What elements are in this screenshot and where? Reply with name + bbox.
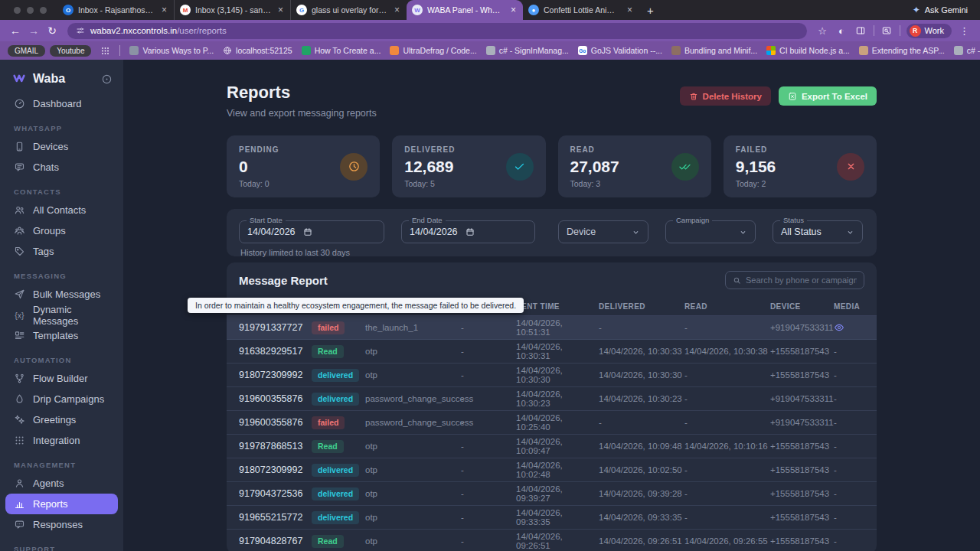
stats-cards: PENDING0Today: 0DELIVERED12,689Today: 5R… — [227, 135, 877, 197]
sidebar-item-agents[interactable]: Agents — [0, 473, 123, 494]
bookmark-favicon — [671, 46, 681, 55]
start-date-input[interactable]: Start Date 14/04/2026 — [239, 220, 384, 243]
sidebar-item-drip-campaigns[interactable]: Drip Campaigns — [0, 389, 123, 409]
stat-label: READ — [570, 145, 619, 154]
sidebar-item-label: Greetings — [33, 414, 76, 425]
sidebar-item-responses[interactable]: Responses — [0, 514, 123, 535]
calendar-icon[interactable] — [466, 227, 475, 236]
view-media-eye-icon[interactable] — [834, 322, 864, 333]
tab-group-chip[interactable]: GMAIL — [8, 45, 45, 57]
chart-icon — [14, 498, 25, 510]
bookmark-label: Bundling and Minif... — [684, 46, 757, 55]
profile-button[interactable]: R Work — [906, 24, 952, 38]
globe-icon — [223, 46, 232, 55]
bookmarks-bar: GMAILYoutubeVarious Ways to P...localhos… — [0, 41, 980, 60]
tab-close-icon[interactable]: × — [509, 5, 518, 15]
campaign-select[interactable]: Campaign — [665, 220, 756, 243]
side-panel-icon[interactable] — [851, 22, 871, 39]
sidebar-item-templates[interactable]: Templates — [0, 325, 123, 346]
table-row: 919600355876failedpassword_change_succes… — [227, 411, 877, 435]
report-search[interactable] — [725, 271, 864, 289]
chevron-down-icon — [632, 228, 640, 236]
sidebar-item-groups[interactable]: Groups — [0, 220, 123, 241]
header-actions: Delete History Export To Excel — [680, 86, 877, 106]
status-badge: delivered — [312, 464, 359, 477]
sidebar-item-integration[interactable]: Integration — [0, 430, 123, 451]
sent-time-cell: 14/04/2026, 10:25:40 — [516, 413, 599, 432]
status-select[interactable]: Status All Status — [773, 220, 863, 243]
bookmark-item[interactable]: Bundling and Minif... — [667, 44, 762, 57]
browser-tab[interactable]: WWABA Panel - WhatsApp Bus× — [407, 0, 523, 20]
table-row: 919600355876deliveredpassword_change_suc… — [227, 387, 877, 411]
status-badge: Read — [312, 535, 344, 548]
tab-close-icon[interactable]: × — [393, 5, 401, 15]
url-text: wabav2.nxccontrols.in/user/reports — [90, 26, 227, 35]
window-close-button[interactable] — [14, 7, 21, 14]
bookmark-item[interactable]: UltraDefrag / Code... — [385, 44, 481, 57]
tab-close-icon[interactable]: × — [276, 5, 285, 15]
tab-group-chip[interactable]: Youtube — [50, 45, 91, 57]
browser-tab[interactable]: MInbox (3,145) - santhosh@au× — [174, 0, 290, 20]
delete-history-button[interactable]: Delete History — [680, 86, 771, 106]
tab-close-icon[interactable]: × — [160, 5, 168, 15]
browser-tab[interactable]: ●Confetti Lottie Animations | A× — [523, 0, 639, 20]
sidebar-item-label: Templates — [33, 330, 78, 341]
forward-button[interactable]: → — [24, 22, 43, 39]
calendar-icon[interactable] — [303, 227, 312, 236]
bookmark-star-icon[interactable]: ☆ — [813, 22, 832, 39]
export-to-excel-button[interactable]: Export To Excel — [779, 86, 877, 106]
sidebar-item-all-contacts[interactable]: All Contacts — [0, 200, 123, 220]
tab-close-icon[interactable]: × — [626, 5, 634, 15]
campaign-cell: - — [461, 489, 516, 498]
bookmark-label: c# - How do I get... — [967, 46, 980, 55]
media-cell: - — [834, 370, 864, 380]
sidebar-item-dashboard[interactable]: Dashboard — [0, 93, 123, 114]
sidebar-item-chats[interactable]: Chats — [0, 157, 123, 178]
new-tab-button[interactable]: + — [639, 4, 662, 17]
bookmark-item[interactable]: Extending the ASP... — [854, 44, 949, 57]
window-controls[interactable] — [0, 7, 57, 14]
sidebar-item-greetings[interactable]: Greetings — [0, 409, 123, 430]
sidebar-item-bulk-messages[interactable]: Bulk Messages — [0, 284, 123, 305]
read-cell: 14/04/2026, 10:30:38 — [684, 347, 770, 356]
sidebar-item-devices[interactable]: Devices — [0, 136, 123, 157]
device-select[interactable]: Device — [558, 220, 648, 243]
status-badge: failed — [312, 321, 345, 334]
sidebar-collapse-icon[interactable] — [101, 73, 113, 85]
sidebar-item-reports[interactable]: Reports — [5, 494, 118, 514]
report-search-input[interactable] — [746, 276, 857, 285]
browser-tab[interactable]: Gglass ui overlay for website -× — [290, 0, 407, 20]
sidebar-item-tags[interactable]: Tags — [0, 241, 123, 262]
receiver-cell: 918072309992 — [239, 370, 312, 380]
back-button[interactable]: ← — [6, 22, 24, 39]
receiver-cell: 919791337727 — [239, 322, 312, 333]
bookmark-favicon — [954, 46, 963, 55]
browser-menu-icon[interactable]: ⋮ — [955, 22, 974, 39]
grid-icon — [14, 435, 25, 446]
bookmark-item[interactable]: c# - How do I get... — [949, 44, 980, 57]
bookmark-item[interactable]: Various Ways to P... — [125, 44, 218, 57]
sidebar-item-flow-builder[interactable]: Flow Builder — [0, 368, 123, 389]
window-maximize-button[interactable] — [40, 7, 47, 14]
droplet-icon — [14, 393, 25, 405]
bookmark-item[interactable]: localhost:52125 — [218, 44, 297, 57]
site-settings-icon[interactable] — [76, 26, 85, 35]
apps-grid-icon[interactable] — [96, 44, 115, 57]
bookmark-item[interactable]: CI build Node.js a... — [762, 44, 854, 57]
bookmark-item[interactable]: c# - SignInManag... — [482, 44, 573, 57]
browser-tab[interactable]: OInbox - Rajsanthosh - Outloo× — [57, 0, 174, 20]
address-bar[interactable]: wabav2.nxccontrols.in/user/reports — [67, 23, 807, 39]
reload-button[interactable]: ↻ — [43, 22, 61, 39]
braces-icon: {x} — [14, 311, 25, 320]
bookmark-label: How To Create a... — [315, 46, 381, 55]
tab-search-icon[interactable] — [877, 22, 897, 39]
table-row: 918072309992deliveredotp-14/04/2026, 10:… — [227, 458, 877, 482]
end-date-input[interactable]: End Date 14/04/2026 — [401, 220, 535, 243]
bookmark-item[interactable]: GoGoJS Validation --... — [573, 44, 667, 57]
sidebar-item-dynamic-messages[interactable]: {x}Dynamic Messages — [0, 305, 123, 325]
bookmark-item[interactable]: How To Create a... — [297, 44, 386, 57]
bookmark-label: Various Ways to P... — [142, 46, 214, 55]
window-minimize-button[interactable] — [27, 7, 34, 14]
reading-mode-icon[interactable]: ◐ — [832, 22, 851, 39]
ask-gemini-button[interactable]: ✦ Ask Gemini — [913, 5, 980, 15]
